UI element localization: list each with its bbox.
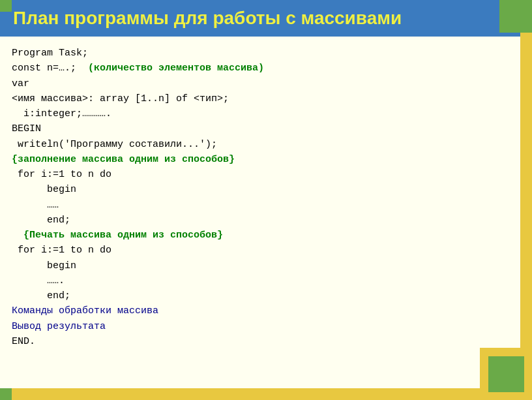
corner-tl [0, 0, 12, 12]
bottom-bar [0, 388, 532, 400]
code-line-7: writeln('Программу составили...'); [12, 137, 509, 152]
code-line-13: {Печать массива одним из способов} [12, 228, 509, 243]
main-container: План программы для работы с массивами Pr… [0, 0, 532, 400]
code-line-1: Program Task; [12, 46, 509, 61]
code-line-9: for i:=1 to n do [12, 167, 509, 182]
corner-bl [0, 388, 12, 400]
corner-tr [499, 0, 532, 33]
right-bar [520, 0, 532, 400]
code-block: Program Task; const n=….; (количество эл… [12, 46, 509, 349]
corner-br-inner [488, 356, 524, 392]
code-line-15: begin [12, 258, 509, 273]
code-line-4: <имя массива>: array [1..n] of <тип>; [12, 91, 509, 106]
code-line-19: Вывод результата [12, 319, 509, 334]
main-content: Program Task; const n=….; (количество эл… [0, 37, 520, 388]
header: План программы для работы с массивами [0, 0, 520, 37]
code-line-16: ……. [12, 273, 509, 288]
code-line-5: i:integer;…………. [12, 106, 509, 121]
code-line-20: END. [12, 334, 509, 349]
page-title: План программы для работы с массивами [13, 8, 402, 28]
code-line-14: for i:=1 to n do [12, 243, 509, 258]
code-line-8: {заполнение массива одним из способов} [12, 152, 509, 167]
code-line-6: BEGIN [12, 121, 509, 136]
code-line-10: begin [12, 182, 509, 197]
code-line-11: …… [12, 198, 509, 213]
code-line-3: var [12, 76, 509, 91]
code-line-17: end; [12, 288, 509, 303]
code-line-18: Команды обработки массива [12, 303, 509, 318]
code-line-12: end; [12, 213, 509, 228]
code-line-2: const n=….; (количество элементов массив… [12, 61, 509, 76]
